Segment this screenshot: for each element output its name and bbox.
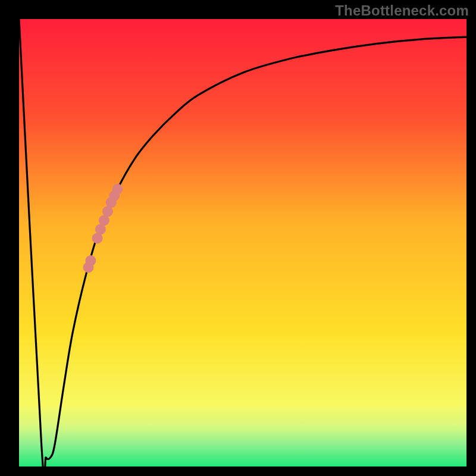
highlight-marker [85,255,96,266]
highlight-marker [112,184,123,195]
gradient-background [19,19,466,466]
attribution-text: TheBottleneck.com [335,2,469,19]
bottleneck-plot [0,0,476,476]
chart-frame: TheBottleneck.com [0,0,476,476]
